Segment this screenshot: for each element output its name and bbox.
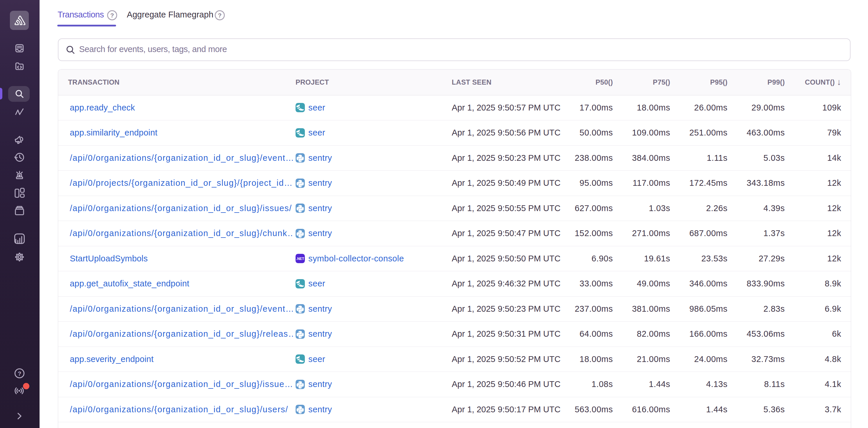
svg-text:?: ? xyxy=(110,12,114,19)
svg-text:.NET: .NET xyxy=(296,257,304,261)
svg-text:?: ? xyxy=(218,12,222,19)
svg-text:?: ? xyxy=(18,370,21,377)
